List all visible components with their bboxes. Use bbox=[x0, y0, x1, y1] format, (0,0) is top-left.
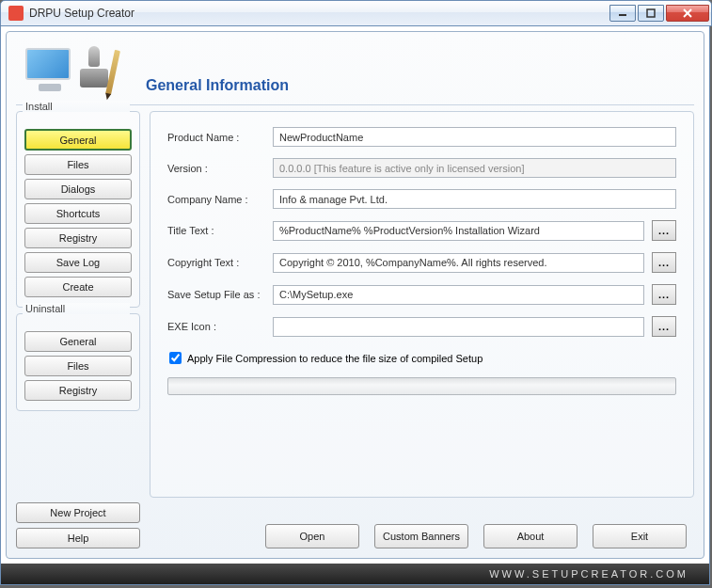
sidebar-item-savelog[interactable]: Save Log bbox=[24, 252, 132, 273]
copyright-input[interactable] bbox=[273, 253, 644, 273]
stamp-icon bbox=[80, 46, 108, 89]
titletext-label: Title Text : bbox=[167, 225, 265, 236]
maximize-button[interactable] bbox=[638, 5, 664, 22]
window-body: General Information Install General File… bbox=[0, 26, 710, 585]
version-input bbox=[273, 158, 676, 178]
install-group: Install General Files Dialogs Shortcuts … bbox=[16, 111, 140, 308]
copyright-browse-button[interactable]: ... bbox=[652, 252, 676, 273]
new-project-button[interactable]: New Project bbox=[16, 502, 140, 523]
product-name-label: Product Name : bbox=[167, 132, 265, 143]
about-button[interactable]: About bbox=[483, 524, 578, 548]
titletext-input[interactable] bbox=[273, 221, 644, 241]
close-button[interactable] bbox=[666, 5, 709, 22]
page-title: General Information bbox=[146, 77, 289, 94]
open-button[interactable]: Open bbox=[265, 524, 359, 548]
compression-label: Apply File Compression to reduce the fil… bbox=[187, 353, 483, 364]
sidebar: Install General Files Dialogs Shortcuts … bbox=[16, 111, 140, 498]
exeicon-input[interactable] bbox=[273, 317, 644, 337]
app-icon bbox=[8, 6, 24, 21]
company-label: Company Name : bbox=[167, 194, 265, 205]
header: General Information bbox=[16, 40, 694, 105]
saveas-browse-button[interactable]: ... bbox=[652, 284, 676, 305]
exeicon-browse-button[interactable]: ... bbox=[652, 316, 676, 337]
title-bar: DRPU Setup Creator bbox=[0, 0, 712, 26]
sidebar-item-un-files[interactable]: Files bbox=[24, 356, 132, 376]
header-illustration bbox=[22, 46, 134, 99]
sidebar-item-files[interactable]: Files bbox=[24, 154, 132, 175]
sidebar-item-dialogs[interactable]: Dialogs bbox=[24, 179, 132, 199]
saveas-label: Save Setup File as : bbox=[167, 289, 265, 300]
titletext-browse-button[interactable]: ... bbox=[652, 220, 676, 241]
sidebar-item-registry[interactable]: Registry bbox=[24, 228, 132, 248]
minimize-button[interactable] bbox=[609, 5, 636, 22]
uninstall-group: Uninstall General Files Registry bbox=[16, 313, 140, 411]
compression-checkbox[interactable] bbox=[169, 352, 182, 364]
uninstall-group-label: Uninstall bbox=[23, 303, 130, 314]
exit-button[interactable]: Exit bbox=[593, 524, 687, 548]
window-title: DRPU Setup Creator bbox=[29, 7, 609, 20]
install-group-label: Install bbox=[23, 101, 130, 112]
company-input[interactable] bbox=[273, 189, 676, 209]
progress-bar bbox=[167, 377, 676, 395]
sidebar-item-un-registry[interactable]: Registry bbox=[24, 380, 132, 401]
help-button[interactable]: Help bbox=[16, 528, 140, 548]
sidebar-item-shortcuts[interactable]: Shortcuts bbox=[24, 203, 132, 224]
exeicon-label: EXE Icon : bbox=[167, 321, 265, 332]
sidebar-item-create[interactable]: Create bbox=[24, 277, 132, 297]
sidebar-item-general[interactable]: General bbox=[24, 129, 132, 151]
copyright-label: Copyright Text : bbox=[167, 257, 265, 268]
product-name-input[interactable] bbox=[273, 127, 676, 147]
footer-bar: WWW.SETUPCREATOR.COM bbox=[1, 564, 709, 584]
saveas-input[interactable] bbox=[273, 285, 644, 305]
content-panel: Product Name : Version : Company Name : … bbox=[150, 111, 694, 498]
sidebar-item-un-general[interactable]: General bbox=[24, 331, 132, 352]
svg-rect-1 bbox=[647, 9, 655, 17]
version-label: Version : bbox=[167, 163, 265, 174]
footer-url: WWW.SETUPCREATOR.COM bbox=[489, 568, 688, 580]
custom-banners-button[interactable]: Custom Banners bbox=[374, 524, 468, 548]
monitor-icon bbox=[25, 48, 78, 87]
